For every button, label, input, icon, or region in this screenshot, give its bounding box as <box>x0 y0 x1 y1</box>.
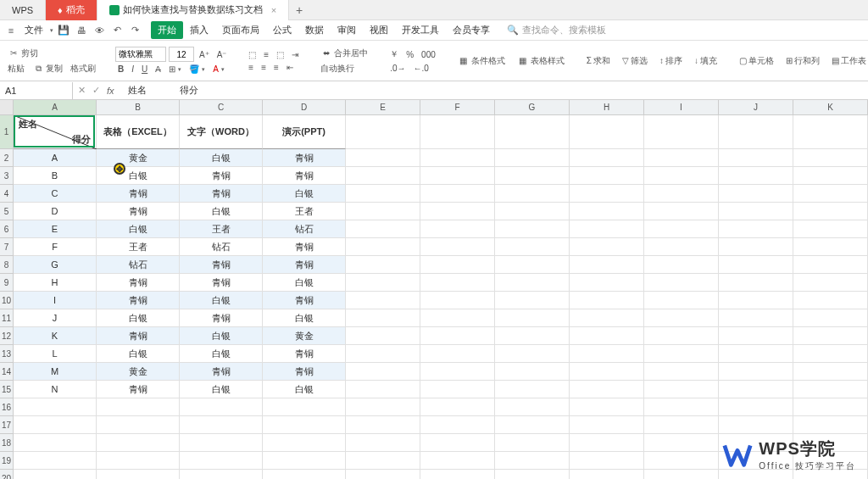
cancel-formula-icon[interactable]: ✕ <box>78 85 86 96</box>
cell-C8[interactable]: 青铜 <box>180 256 263 274</box>
cell-J17[interactable] <box>719 416 793 434</box>
cell-B15[interactable]: 青铜 <box>97 381 180 398</box>
ribbon-tab-2[interactable]: 页面布局 <box>215 21 266 39</box>
cell-G8[interactable] <box>495 256 570 274</box>
cell-G3[interactable] <box>495 167 570 185</box>
cell-K13[interactable] <box>793 345 868 363</box>
col-header-E[interactable]: E <box>346 100 420 114</box>
cell-D9[interactable]: 白银 <box>263 274 346 292</box>
ribbon-tab-4[interactable]: 数据 <box>298 21 331 39</box>
cell-C17[interactable] <box>180 416 263 434</box>
decrease-font-button[interactable]: A⁻ <box>214 49 230 60</box>
cell-K15[interactable] <box>793 381 868 398</box>
row-col-button[interactable]: ⊞行和列 <box>783 54 822 68</box>
save-icon[interactable]: 💾 <box>56 23 71 38</box>
cell-C11[interactable]: 青铜 <box>180 309 263 327</box>
cell-I4[interactable] <box>644 185 719 203</box>
cell-F4[interactable] <box>420 185 495 203</box>
border-button[interactable]: ⊞▾ <box>166 64 184 75</box>
cell-B2[interactable]: 黄金 <box>97 149 180 167</box>
cell-H20[interactable] <box>570 470 644 479</box>
cell-J16[interactable] <box>719 398 793 416</box>
cell-I8[interactable] <box>644 256 719 274</box>
cell-B8[interactable]: 钻石 <box>97 256 180 274</box>
cell-E16[interactable] <box>346 398 420 416</box>
row-header-1[interactable]: 1 <box>0 115 14 149</box>
row-header-15[interactable]: 15 <box>0 381 14 398</box>
redo-icon[interactable]: ↷ <box>127 23 142 38</box>
cell-E2[interactable] <box>346 149 420 167</box>
cell-K12[interactable] <box>793 327 868 345</box>
italic-button[interactable]: I <box>129 64 136 75</box>
cell-E19[interactable] <box>346 452 420 470</box>
cell-D16[interactable] <box>263 398 346 416</box>
cell-F5[interactable] <box>420 203 495 220</box>
select-all-corner[interactable] <box>0 100 14 114</box>
row-header-14[interactable]: 14 <box>0 363 14 381</box>
cell-I9[interactable] <box>644 274 719 292</box>
cell-H14[interactable] <box>570 363 644 381</box>
cell-H2[interactable] <box>570 149 644 167</box>
cell-A12[interactable]: K <box>14 327 97 345</box>
cell-I10[interactable] <box>644 292 719 309</box>
tab-add-button[interactable]: + <box>289 0 309 20</box>
cell-E9[interactable] <box>346 274 420 292</box>
cell-B11[interactable]: 白银 <box>97 309 180 327</box>
cell-J13[interactable] <box>719 345 793 363</box>
col-header-F[interactable]: F <box>420 100 495 114</box>
close-icon[interactable]: × <box>271 5 276 15</box>
cell-F14[interactable] <box>420 363 495 381</box>
cell-A9[interactable]: H <box>14 274 97 292</box>
cell-G5[interactable] <box>495 203 570 220</box>
row-header-20[interactable]: 20 <box>0 470 14 479</box>
cell-A6[interactable]: E <box>14 220 97 238</box>
cell-D3[interactable]: 青铜 <box>263 167 346 185</box>
col-header-I[interactable]: I <box>644 100 719 114</box>
row-header-5[interactable]: 5 <box>0 203 14 220</box>
sum-button[interactable]: Σ求和 <box>584 54 613 68</box>
ribbon-tab-6[interactable]: 视图 <box>363 21 395 39</box>
cell-K4[interactable] <box>793 185 868 203</box>
cell-A2[interactable]: A <box>14 149 97 167</box>
cell-D14[interactable]: 青铜 <box>263 363 346 381</box>
cell-J7[interactable] <box>719 238 793 256</box>
cell-B19[interactable] <box>97 452 180 470</box>
ribbon-tab-1[interactable]: 插入 <box>183 21 215 39</box>
menu-icon[interactable]: ≡ <box>3 23 19 38</box>
cell-A20[interactable] <box>14 470 97 479</box>
cell-F19[interactable] <box>420 452 495 470</box>
cell-A5[interactable]: D <box>14 203 97 220</box>
confirm-formula-icon[interactable]: ✓ <box>92 85 100 96</box>
cell-E4[interactable] <box>346 185 420 203</box>
cell-A1[interactable]: 姓名得分 <box>14 115 97 149</box>
cell-A16[interactable] <box>14 398 97 416</box>
cell-F12[interactable] <box>420 327 495 345</box>
cell-C3[interactable]: 青铜 <box>180 167 263 185</box>
cell-F8[interactable] <box>420 256 495 274</box>
row-header-13[interactable]: 13 <box>0 345 14 363</box>
cell-J11[interactable] <box>719 309 793 327</box>
cell-C15[interactable]: 白银 <box>180 381 263 398</box>
cell-H17[interactable] <box>570 416 644 434</box>
cell-C19[interactable] <box>180 452 263 470</box>
cell-J9[interactable] <box>719 274 793 292</box>
indent-button[interactable]: ⇥ <box>289 49 301 60</box>
cell-style-button[interactable]: ▦表格样式 <box>515 54 567 68</box>
cell-G15[interactable] <box>495 381 570 398</box>
undo-icon[interactable]: ↶ <box>109 23 125 38</box>
cell-H5[interactable] <box>570 203 644 220</box>
row-header-18[interactable]: 18 <box>0 434 14 452</box>
cell-D2[interactable]: 青铜 <box>263 149 346 167</box>
row-header-9[interactable]: 9 <box>0 274 14 292</box>
cell-C10[interactable]: 白银 <box>180 292 263 309</box>
currency-button[interactable]: ￥ <box>387 47 401 61</box>
cell-H3[interactable] <box>570 167 644 185</box>
cell-C2[interactable]: 白银 <box>180 149 263 167</box>
cell-I20[interactable] <box>644 470 719 479</box>
cell-I19[interactable] <box>644 452 719 470</box>
cell-F18[interactable] <box>420 434 495 452</box>
cell-A18[interactable] <box>14 434 97 452</box>
comma-button[interactable]: 000 <box>419 49 438 60</box>
cell-G13[interactable] <box>495 345 570 363</box>
auto-wrap-button[interactable]: 自动换行 <box>318 62 370 75</box>
